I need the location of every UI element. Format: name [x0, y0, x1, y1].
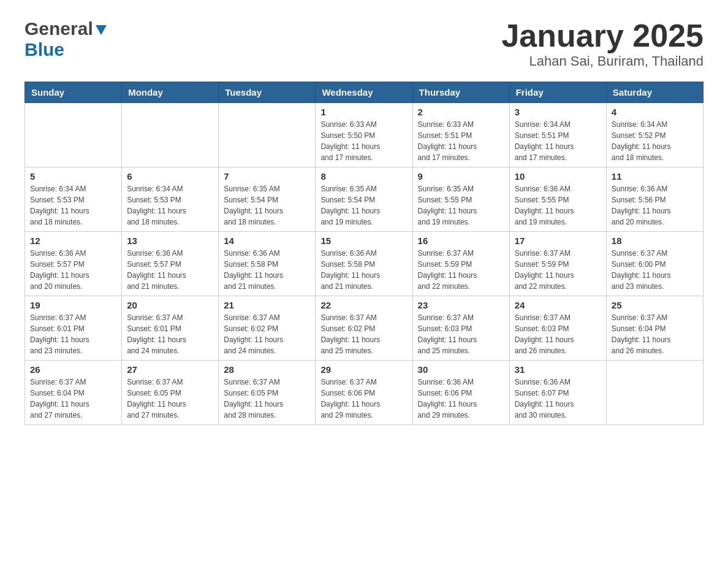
logo-general-text: General	[25, 18, 93, 39]
day-number: 9	[418, 171, 504, 182]
day-number: 20	[127, 300, 213, 310]
day-cell: 24Sunrise: 6:37 AMSunset: 6:03 PMDayligh…	[509, 296, 606, 361]
weekday-header-row: SundayMondayTuesdayWednesdayThursdayFrid…	[25, 82, 703, 103]
day-cell: 19Sunrise: 6:37 AMSunset: 6:01 PMDayligh…	[25, 296, 122, 361]
day-number: 4	[612, 107, 698, 117]
weekday-header-tuesday: Tuesday	[219, 82, 316, 103]
weekday-header-monday: Monday	[122, 82, 219, 103]
day-cell: 3Sunrise: 6:34 AMSunset: 5:51 PMDaylight…	[509, 103, 606, 167]
day-cell: 15Sunrise: 6:36 AMSunset: 5:58 PMDayligh…	[316, 232, 412, 296]
day-cell	[25, 103, 122, 167]
day-info: Sunrise: 6:34 AMSunset: 5:53 PMDaylight:…	[30, 183, 116, 228]
day-number: 25	[612, 300, 698, 310]
day-number: 16	[418, 236, 504, 246]
day-info: Sunrise: 6:35 AMSunset: 5:54 PMDaylight:…	[320, 183, 407, 228]
day-cell: 30Sunrise: 6:36 AMSunset: 6:06 PMDayligh…	[412, 361, 509, 425]
day-info: Sunrise: 6:37 AMSunset: 6:01 PMDaylight:…	[30, 312, 116, 356]
day-info: Sunrise: 6:37 AMSunset: 6:02 PMDaylight:…	[224, 312, 310, 356]
weekday-header-thursday: Thursday	[412, 82, 509, 103]
day-number: 21	[224, 300, 310, 310]
day-cell: 21Sunrise: 6:37 AMSunset: 6:02 PMDayligh…	[219, 296, 316, 361]
day-cell: 11Sunrise: 6:36 AMSunset: 5:56 PMDayligh…	[606, 167, 703, 232]
day-cell: 16Sunrise: 6:37 AMSunset: 5:59 PMDayligh…	[412, 232, 509, 296]
day-cell: 8Sunrise: 6:35 AMSunset: 5:54 PMDaylight…	[316, 167, 412, 232]
day-number: 15	[320, 236, 407, 246]
day-cell: 2Sunrise: 6:33 AMSunset: 5:51 PMDaylight…	[412, 103, 509, 167]
day-cell	[606, 361, 703, 425]
title-block: January 2025 Lahan Sai, Buriram, Thailan…	[501, 18, 703, 69]
day-number: 30	[418, 364, 504, 375]
day-info: Sunrise: 6:35 AMSunset: 5:55 PMDaylight:…	[418, 183, 504, 228]
day-cell	[122, 103, 219, 167]
day-cell: 28Sunrise: 6:37 AMSunset: 6:05 PMDayligh…	[219, 361, 316, 425]
day-number: 23	[418, 300, 504, 310]
week-row-3: 12Sunrise: 6:36 AMSunset: 5:57 PMDayligh…	[25, 232, 703, 296]
day-cell: 4Sunrise: 6:34 AMSunset: 5:52 PMDaylight…	[606, 103, 703, 167]
weekday-header-saturday: Saturday	[606, 82, 703, 103]
day-cell: 6Sunrise: 6:34 AMSunset: 5:53 PMDaylight…	[122, 167, 219, 232]
day-number: 2	[418, 107, 504, 117]
page-header: General Blue January 2025 Lahan Sai, Bur…	[25, 18, 703, 69]
day-info: Sunrise: 6:36 AMSunset: 6:06 PMDaylight:…	[418, 377, 504, 421]
svg-marker-0	[96, 25, 107, 35]
day-info: Sunrise: 6:36 AMSunset: 5:55 PMDaylight:…	[515, 183, 601, 228]
day-number: 12	[30, 236, 116, 246]
day-number: 11	[612, 171, 698, 182]
day-cell: 22Sunrise: 6:37 AMSunset: 6:02 PMDayligh…	[316, 296, 412, 361]
day-info: Sunrise: 6:36 AMSunset: 6:07 PMDaylight:…	[515, 377, 601, 421]
day-number: 18	[612, 236, 698, 246]
day-info: Sunrise: 6:37 AMSunset: 5:59 PMDaylight:…	[418, 248, 504, 292]
day-number: 13	[127, 236, 213, 246]
day-info: Sunrise: 6:36 AMSunset: 5:57 PMDaylight:…	[127, 248, 213, 292]
day-number: 5	[30, 171, 116, 182]
logo-triangle-icon	[94, 23, 108, 36]
week-row-4: 19Sunrise: 6:37 AMSunset: 6:01 PMDayligh…	[25, 296, 703, 361]
day-info: Sunrise: 6:36 AMSunset: 5:56 PMDaylight:…	[612, 183, 698, 228]
day-info: Sunrise: 6:33 AMSunset: 5:51 PMDaylight:…	[418, 119, 504, 163]
day-cell: 10Sunrise: 6:36 AMSunset: 5:55 PMDayligh…	[509, 167, 606, 232]
day-info: Sunrise: 6:36 AMSunset: 5:58 PMDaylight:…	[320, 248, 407, 292]
day-cell: 13Sunrise: 6:36 AMSunset: 5:57 PMDayligh…	[122, 232, 219, 296]
day-number: 27	[127, 364, 213, 375]
logo: General Blue	[25, 18, 108, 60]
weekday-header-wednesday: Wednesday	[316, 82, 412, 103]
week-row-2: 5Sunrise: 6:34 AMSunset: 5:53 PMDaylight…	[25, 167, 703, 232]
day-number: 6	[127, 171, 213, 182]
day-info: Sunrise: 6:37 AMSunset: 6:05 PMDaylight:…	[127, 377, 213, 421]
day-number: 7	[224, 171, 310, 182]
day-info: Sunrise: 6:36 AMSunset: 5:57 PMDaylight:…	[30, 248, 116, 292]
day-info: Sunrise: 6:37 AMSunset: 6:06 PMDaylight:…	[320, 377, 407, 421]
day-cell: 12Sunrise: 6:36 AMSunset: 5:57 PMDayligh…	[25, 232, 122, 296]
day-info: Sunrise: 6:37 AMSunset: 5:59 PMDaylight:…	[515, 248, 601, 292]
day-cell: 17Sunrise: 6:37 AMSunset: 5:59 PMDayligh…	[509, 232, 606, 296]
day-cell: 14Sunrise: 6:36 AMSunset: 5:58 PMDayligh…	[219, 232, 316, 296]
day-number: 3	[515, 107, 601, 117]
day-number: 24	[515, 300, 601, 310]
day-number: 22	[320, 300, 407, 310]
logo-blue-text: Blue	[25, 39, 64, 60]
day-info: Sunrise: 6:34 AMSunset: 5:52 PMDaylight:…	[612, 119, 698, 163]
day-cell: 20Sunrise: 6:37 AMSunset: 6:01 PMDayligh…	[122, 296, 219, 361]
day-info: Sunrise: 6:37 AMSunset: 6:04 PMDaylight:…	[612, 312, 698, 356]
day-cell: 23Sunrise: 6:37 AMSunset: 6:03 PMDayligh…	[412, 296, 509, 361]
day-info: Sunrise: 6:37 AMSunset: 6:04 PMDaylight:…	[30, 377, 116, 421]
day-cell: 9Sunrise: 6:35 AMSunset: 5:55 PMDaylight…	[412, 167, 509, 232]
day-number: 29	[320, 364, 407, 375]
day-info: Sunrise: 6:35 AMSunset: 5:54 PMDaylight:…	[224, 183, 310, 228]
weekday-header-friday: Friday	[509, 82, 606, 103]
day-cell: 7Sunrise: 6:35 AMSunset: 5:54 PMDaylight…	[219, 167, 316, 232]
day-cell: 18Sunrise: 6:37 AMSunset: 6:00 PMDayligh…	[606, 232, 703, 296]
calendar-table: SundayMondayTuesdayWednesdayThursdayFrid…	[25, 82, 703, 425]
day-info: Sunrise: 6:37 AMSunset: 6:05 PMDaylight:…	[224, 377, 310, 421]
day-info: Sunrise: 6:37 AMSunset: 6:03 PMDaylight:…	[418, 312, 504, 356]
day-cell: 25Sunrise: 6:37 AMSunset: 6:04 PMDayligh…	[606, 296, 703, 361]
day-info: Sunrise: 6:36 AMSunset: 5:58 PMDaylight:…	[224, 248, 310, 292]
day-number: 31	[515, 364, 601, 375]
day-number: 10	[515, 171, 601, 182]
calendar-header: SundayMondayTuesdayWednesdayThursdayFrid…	[25, 82, 703, 103]
week-row-1: 1Sunrise: 6:33 AMSunset: 5:50 PMDaylight…	[25, 103, 703, 167]
week-row-5: 26Sunrise: 6:37 AMSunset: 6:04 PMDayligh…	[25, 361, 703, 425]
day-info: Sunrise: 6:37 AMSunset: 6:01 PMDaylight:…	[127, 312, 213, 356]
day-info: Sunrise: 6:37 AMSunset: 6:00 PMDaylight:…	[612, 248, 698, 292]
page-title: January 2025	[501, 18, 703, 53]
